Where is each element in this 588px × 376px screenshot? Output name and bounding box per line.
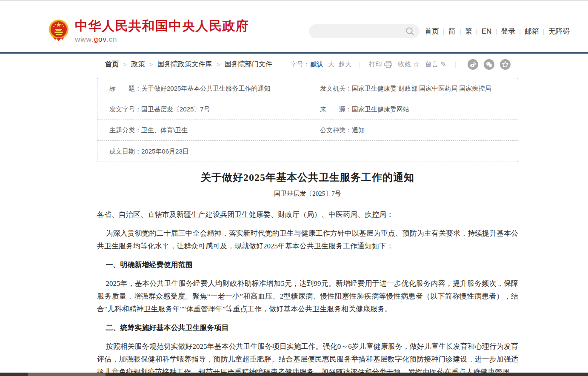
star-badge-icon bbox=[502, 61, 509, 68]
nav-separator: | bbox=[439, 28, 448, 35]
document-body: 关于做好2025年基本公共卫生服务工作的通知 国卫基层发〔2025〕7号 各省、… bbox=[97, 171, 518, 376]
meta-value-document-type: 通知 bbox=[352, 125, 365, 135]
site-logo[interactable]: 中华人民共和国中央人民政府 www.gov.cn bbox=[48, 19, 249, 44]
nav-mail[interactable]: 邮箱 bbox=[525, 27, 539, 35]
site-header: 中华人民共和国中央人民政府 www.gov.cn 首页|简|繁|EN|登录|邮箱… bbox=[0, 1, 588, 52]
breadcrumb-home[interactable]: 首页 bbox=[105, 60, 119, 69]
print-label: 打印 bbox=[369, 60, 382, 68]
site-title: 中华人民共和国中央人民政府 bbox=[75, 19, 249, 33]
search-input[interactable] bbox=[316, 24, 405, 38]
nav-login[interactable]: 登录 bbox=[501, 27, 515, 35]
table-row: 发文字号：国卫基层发〔2025〕7号 来 源：国家卫生健康委网站 bbox=[97, 99, 518, 120]
meta-label-source: 来 源： bbox=[320, 105, 352, 114]
table-row: 主题分类：卫生、体育\卫生 公文种类：通知 bbox=[97, 120, 518, 141]
breadcrumb: 首页 > 政策 > 国务院政策文件库 > 国务院部门文件 bbox=[105, 60, 272, 69]
nav-separator: | bbox=[456, 28, 465, 35]
meta-label-subject-category: 主题分类： bbox=[109, 125, 141, 135]
font-size-default-button[interactable]: 默认 bbox=[311, 60, 323, 68]
meta-value-issuing-agency: 国家卫生健康委 财政部 国家中医药局 国家疾控局 bbox=[352, 84, 491, 93]
favorite-button[interactable]: 收藏 ☆ bbox=[398, 60, 420, 69]
horizontal-scrollbar[interactable] bbox=[0, 373, 588, 376]
share-qzone-button[interactable] bbox=[500, 59, 511, 70]
nav-simplified[interactable]: 简 bbox=[448, 27, 456, 35]
nav-home[interactable]: 首页 bbox=[425, 27, 439, 35]
toolbar-separator: | bbox=[359, 61, 361, 68]
url-www: www. bbox=[75, 35, 94, 43]
font-size-label: 字号： bbox=[291, 60, 310, 68]
search-box[interactable] bbox=[309, 24, 420, 38]
meta-value-document-number: 国卫基层发〔2025〕7号 bbox=[141, 105, 210, 114]
star-outline-icon: ☆ bbox=[413, 60, 420, 69]
meta-label-title: 标 题： bbox=[109, 84, 141, 93]
page-title: 关于做好2025年基本公共卫生服务工作的通知 bbox=[97, 171, 518, 184]
nav-separator: | bbox=[491, 28, 501, 35]
table-row: 标 题：关于做好2025年基本公共卫生服务工作的通知 发文机关：国家卫生健康委 … bbox=[97, 78, 518, 99]
chevron-right-icon: > bbox=[150, 61, 153, 68]
content-wrapper: 首页 > 政策 > 国务院政策文件库 > 国务院部门文件 字号： 默认 大 超大… bbox=[97, 54, 518, 376]
meta-label-document-number: 发文字号： bbox=[109, 105, 141, 114]
wechat-icon bbox=[485, 61, 493, 68]
weibo-icon bbox=[469, 61, 477, 68]
breadcrumb-policy-library[interactable]: 国务院政策文件库 bbox=[157, 60, 212, 69]
font-size-xlarge-button[interactable]: 超大 bbox=[339, 60, 351, 68]
page-toolbar: 字号： 默认 大 超大 | 打印 收藏 ☆ 留言 ✎ | bbox=[291, 59, 511, 70]
meta-value-date: 2025年06月23日 bbox=[141, 147, 189, 156]
paragraph: 2025年，基本公共卫生服务经费人均财政补助标准增加5元，达到99元。新增经费用… bbox=[97, 277, 518, 316]
site-url: www.gov.cn bbox=[75, 35, 249, 44]
font-size-large-button[interactable]: 大 bbox=[328, 60, 334, 68]
salutation-paragraph: 各省、自治区、直辖市及新疆生产建设兵团卫生健康委、财政厅（局）、中医药局、疾控局… bbox=[97, 208, 518, 221]
document-metadata-table: 标 题：关于做好2025年基本公共卫生服务工作的通知 发文机关：国家卫生健康委 … bbox=[97, 78, 518, 162]
scrollbar-thumb[interactable] bbox=[28, 373, 106, 376]
section-heading-1: 一、明确新增经费使用范围 bbox=[97, 259, 518, 271]
nav-accessibility[interactable]: 无障碍 bbox=[548, 27, 570, 35]
nav-english[interactable]: EN bbox=[482, 27, 492, 35]
comment-label: 留言 bbox=[425, 60, 438, 68]
chevron-right-icon: > bbox=[217, 61, 220, 68]
top-navigation: 首页|简|繁|EN|登录|邮箱|无障碍 bbox=[425, 26, 570, 36]
search-icon[interactable] bbox=[405, 27, 414, 36]
meta-value-source: 国家卫生健康委网站 bbox=[352, 105, 409, 114]
meta-value-title: 关于做好2025年基本公共卫生服务工作的通知 bbox=[141, 84, 270, 93]
national-emblem-icon bbox=[48, 19, 69, 43]
table-row: 成文日期：2025年06月23日 bbox=[97, 141, 518, 162]
print-button[interactable]: 打印 bbox=[369, 60, 392, 68]
section-heading-2: 二、统筹实施好基本公共卫生服务项目 bbox=[97, 322, 518, 334]
toolbar-separator: | bbox=[455, 61, 457, 68]
nav-separator: | bbox=[472, 28, 482, 35]
share-wechat-button[interactable] bbox=[484, 59, 494, 70]
nav-separator: | bbox=[515, 28, 525, 35]
favorite-label: 收藏 bbox=[398, 60, 411, 68]
pencil-icon: ✎ bbox=[440, 60, 446, 69]
nav-separator: | bbox=[539, 28, 548, 35]
meta-value-subject-category: 卫生、体育\卫生 bbox=[141, 125, 188, 135]
share-weibo-button[interactable] bbox=[468, 59, 478, 70]
comment-button[interactable]: 留言 ✎ bbox=[425, 60, 446, 69]
nav-traditional[interactable]: 繁 bbox=[465, 27, 472, 35]
breadcrumb-policy[interactable]: 政策 bbox=[131, 60, 145, 69]
meta-label-issuing-agency: 发文机关： bbox=[320, 84, 352, 93]
paragraph: 为深入贯彻党的二十届三中全会精神，落实新时代党的卫生与健康工作方针中以基层为重点… bbox=[97, 227, 518, 253]
paragraph: 按照相关服务规范切实做好2025年基本公共卫生服务项目实施工作。强化0～6岁儿童… bbox=[97, 340, 518, 376]
breadcrumb-department-documents[interactable]: 国务院部门文件 bbox=[225, 60, 272, 69]
url-cn: .cn bbox=[106, 35, 117, 43]
document-number: 国卫基层发〔2025〕7号 bbox=[97, 190, 518, 198]
url-gov: gov bbox=[94, 35, 106, 43]
meta-label-document-type: 公文种类： bbox=[320, 125, 352, 135]
chevron-right-icon: > bbox=[123, 61, 127, 68]
meta-label-date: 成文日期： bbox=[109, 147, 141, 156]
printer-icon bbox=[384, 61, 392, 68]
